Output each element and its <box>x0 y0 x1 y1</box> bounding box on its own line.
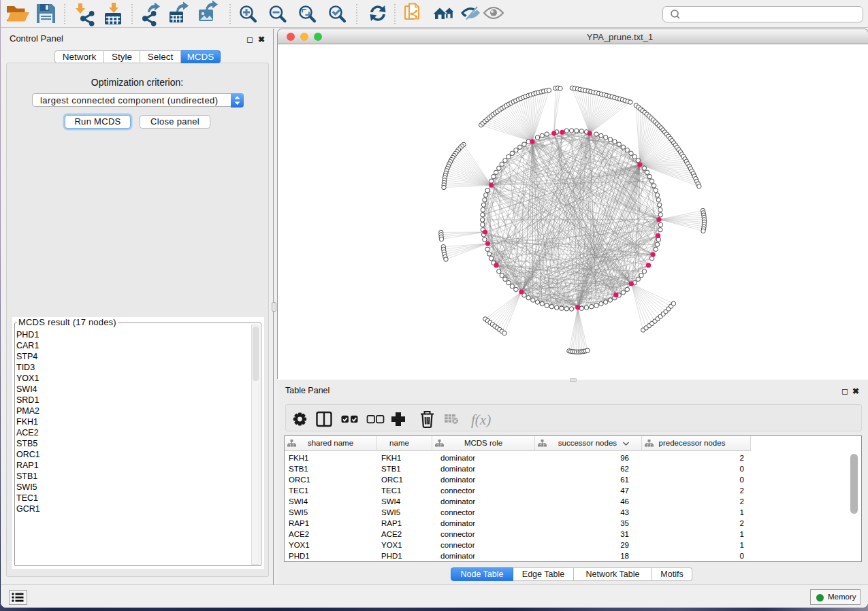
svg-text:f(x): f(x) <box>471 412 491 428</box>
